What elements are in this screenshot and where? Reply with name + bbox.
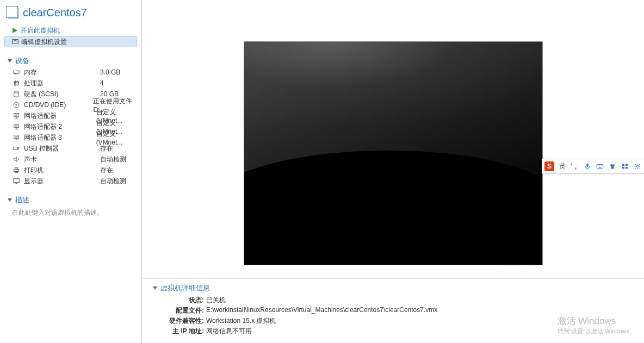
power-on-label: 开启此虚拟机	[21, 26, 60, 35]
usb-icon	[12, 145, 21, 152]
sound-icon	[12, 155, 21, 163]
description-input[interactable]: 在此处键入对该虚拟机的描述。	[0, 206, 141, 217]
detail-label: 配置文件:	[164, 306, 204, 315]
detail-label: 主 IP 地址:	[164, 327, 204, 336]
chevron-down-icon	[8, 198, 12, 202]
svg-rect-11	[17, 147, 19, 149]
svg-rect-20	[622, 167, 624, 169]
disk-icon	[12, 90, 21, 98]
description-section-header[interactable]: 描述	[0, 192, 141, 206]
keyboard-icon[interactable]	[596, 162, 604, 171]
device-value: 3.0 GB	[100, 68, 120, 76]
devices-section-header[interactable]: 设备	[0, 53, 141, 67]
device-name: USB 控制器	[24, 144, 100, 153]
edit-vm-settings-button[interactable]: 编辑虚拟机设置	[4, 36, 137, 47]
cd-icon	[12, 101, 21, 109]
svg-point-5	[14, 102, 19, 108]
detail-row: 状态:已关机	[153, 295, 633, 305]
device-name: 内存	[24, 68, 100, 77]
svg-rect-15	[14, 179, 20, 183]
details-header[interactable]: 虚拟机详细信息	[153, 283, 633, 293]
watermark-title: 激活 Windows	[558, 315, 636, 327]
devices-list: 内存3.0 GB处理器4硬盘 (SCSI)20 GBCD/DVD (IDE)正在…	[0, 67, 141, 186]
device-name: 声卡	[24, 155, 100, 164]
device-name: 网络适配器	[24, 111, 96, 121]
device-value: 自动检测	[100, 177, 126, 186]
details-title: 虚拟机详细信息	[160, 283, 210, 293]
net-icon	[12, 123, 21, 130]
svg-rect-3	[15, 82, 17, 84]
wrench-icon	[11, 38, 19, 46]
device-name: 处理器	[24, 79, 100, 88]
play-icon	[11, 27, 18, 34]
device-name: 网络适配器 2	[24, 122, 96, 132]
svg-point-22	[636, 165, 639, 167]
edit-settings-label: 编辑虚拟机设置	[21, 38, 67, 47]
vm-title-row: clearCentos7	[0, 4, 141, 24]
display-icon	[12, 177, 21, 185]
power-on-vm-button[interactable]: 开启此虚拟机	[4, 25, 137, 36]
device-name: CD/DVD (IDE)	[24, 101, 93, 109]
printer-icon	[12, 166, 21, 174]
skin-icon[interactable]	[608, 162, 617, 171]
vm-console-preview[interactable]	[244, 41, 543, 265]
device-row[interactable]: 处理器4	[0, 78, 141, 89]
svg-rect-21	[626, 167, 628, 169]
svg-point-6	[16, 104, 17, 106]
ime-toolbar[interactable]: S 英 '，	[542, 159, 644, 174]
cpu-icon	[12, 79, 21, 87]
windows-activation-watermark: 激活 Windows 转到"设置"以激活 Windows。	[558, 315, 636, 335]
vm-icon	[8, 8, 18, 18]
svg-rect-17	[597, 165, 603, 169]
preview-area	[142, 0, 644, 278]
watermark-subtitle: 转到"设置"以激活 Windows。	[558, 327, 636, 335]
svg-rect-16	[586, 164, 589, 167]
description-title: 描述	[15, 195, 29, 205]
microphone-icon[interactable]	[583, 162, 592, 171]
svg-rect-1	[14, 71, 20, 73]
detail-value: 网络信息不可用	[206, 327, 252, 336]
chevron-down-icon	[8, 59, 12, 63]
detail-label: 状态:	[164, 296, 204, 305]
device-name: 网络适配器 3	[24, 133, 96, 142]
svg-rect-2	[15, 82, 18, 85]
device-value: 自动检测	[100, 155, 126, 164]
detail-value: 已关机	[206, 296, 226, 305]
device-row[interactable]: 显示器自动检测	[0, 176, 141, 186]
device-value: 存在	[100, 144, 113, 153]
vm-sidebar: clearCentos7 开启此虚拟机 编辑虚拟机设置 设备 内存3.0 GB处…	[0, 0, 141, 343]
svg-rect-19	[626, 164, 628, 166]
ime-lang-button[interactable]: 英	[558, 162, 567, 171]
device-value: 4	[100, 79, 104, 87]
net-icon	[12, 112, 21, 120]
svg-rect-18	[622, 164, 624, 166]
sogou-icon[interactable]: S	[544, 161, 554, 171]
vm-title: clearCentos7	[23, 7, 87, 19]
device-row[interactable]: 声卡自动检测	[0, 154, 141, 165]
svg-rect-10	[14, 147, 17, 149]
ime-punct-button[interactable]: '，	[571, 162, 579, 171]
device-name: 打印机	[24, 166, 100, 175]
memory-icon	[12, 68, 21, 76]
chevron-down-icon	[153, 286, 157, 290]
device-row[interactable]: 网络适配器 3自定义 (VMnet...	[0, 132, 141, 143]
device-row[interactable]: 内存3.0 GB	[0, 67, 141, 78]
gear-icon[interactable]	[633, 162, 642, 171]
detail-value: E:\workInstall\linuxResources\Virtual_Ma…	[206, 306, 437, 315]
devices-title: 设备	[15, 56, 29, 66]
svg-rect-13	[15, 168, 17, 170]
device-row[interactable]: 打印机存在	[0, 165, 141, 176]
device-name: 硬盘 (SCSI)	[24, 90, 100, 99]
net-icon	[12, 134, 21, 141]
detail-label: 硬件兼容性:	[164, 316, 204, 326]
toolbox-icon[interactable]	[621, 162, 629, 171]
svg-point-4	[14, 91, 19, 93]
detail-value: Workstation 15.x 虚拟机	[206, 316, 276, 326]
device-value: 存在	[100, 166, 113, 175]
device-name: 显示器	[24, 177, 100, 186]
